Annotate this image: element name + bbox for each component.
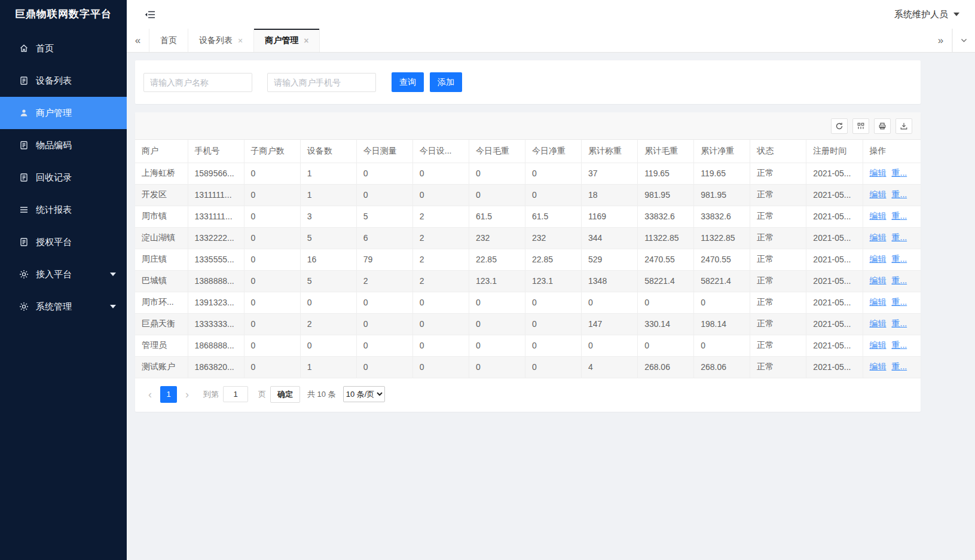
print-button[interactable] bbox=[874, 118, 891, 134]
edit-link[interactable]: 编辑 bbox=[870, 211, 887, 221]
table-cell: 0 bbox=[244, 227, 300, 249]
refresh-button[interactable] bbox=[831, 118, 848, 134]
table-cell-operations: 编辑重... bbox=[863, 270, 921, 292]
table-cell: 0 bbox=[469, 356, 525, 378]
reset-link[interactable]: 重... bbox=[892, 168, 907, 178]
menu-lines-icon bbox=[19, 205, 29, 215]
reset-link[interactable]: 重... bbox=[892, 254, 907, 264]
reset-link[interactable]: 重... bbox=[892, 232, 907, 242]
tabs-scroll-left-button[interactable]: « bbox=[127, 29, 149, 52]
edit-link[interactable]: 编辑 bbox=[870, 276, 887, 285]
tab-home[interactable]: 首页 bbox=[149, 29, 188, 52]
edit-link[interactable]: 编辑 bbox=[870, 168, 887, 178]
export-button[interactable] bbox=[895, 118, 912, 134]
table-cell: 周市镇 bbox=[135, 206, 188, 227]
total-count-label: 共 10 条 bbox=[307, 389, 336, 400]
reset-link[interactable]: 重... bbox=[892, 189, 907, 199]
table-cell: 6 bbox=[356, 227, 412, 249]
table-cell: 上海虹桥 bbox=[135, 163, 188, 184]
goto-prefix-label: 到第 bbox=[203, 389, 219, 400]
table-cell: 268.06 bbox=[694, 356, 750, 378]
edit-link[interactable]: 编辑 bbox=[870, 362, 887, 371]
tab-merchant-management[interactable]: 商户管理 × bbox=[254, 29, 320, 52]
table-cell: 2 bbox=[412, 270, 469, 292]
confirm-button[interactable]: 确定 bbox=[270, 386, 300, 403]
merchant-phone-input[interactable] bbox=[267, 73, 376, 92]
columns-icon bbox=[857, 122, 865, 130]
edit-link[interactable]: 编辑 bbox=[870, 297, 887, 307]
user-menu[interactable]: 系统维护人员 bbox=[894, 9, 959, 20]
edit-link[interactable]: 编辑 bbox=[870, 189, 887, 199]
table-cell-operations: 编辑重... bbox=[863, 227, 921, 249]
edit-link[interactable]: 编辑 bbox=[870, 319, 887, 328]
reset-link[interactable]: 重... bbox=[892, 362, 907, 371]
table-cell: 0 bbox=[356, 163, 412, 184]
sidebar-item-label: 接入平台 bbox=[36, 269, 72, 280]
columns-button[interactable] bbox=[852, 118, 869, 134]
query-button[interactable]: 查询 bbox=[392, 72, 424, 92]
reset-link[interactable]: 重... bbox=[892, 211, 907, 221]
edit-link[interactable]: 编辑 bbox=[870, 232, 887, 242]
table-cell: 11322.85 bbox=[638, 227, 694, 249]
sidebar-item-merchant-management[interactable]: 商户管理 bbox=[0, 97, 127, 129]
table-cell: 22.85 bbox=[525, 249, 581, 270]
reset-link[interactable]: 重... bbox=[892, 319, 907, 328]
next-page-button[interactable]: › bbox=[181, 389, 193, 400]
table-cell: 18 bbox=[582, 184, 638, 206]
tab-device-list[interactable]: 设备列表 × bbox=[188, 29, 254, 52]
sidebar-item-access-platform[interactable]: 接入平台 bbox=[0, 258, 127, 290]
sidebar-item-item-code[interactable]: 物品编码 bbox=[0, 129, 127, 161]
close-icon[interactable]: × bbox=[238, 36, 243, 45]
table-cell: 测试账户 bbox=[135, 356, 188, 378]
table-cell: 0 bbox=[638, 292, 694, 313]
close-icon[interactable]: × bbox=[304, 36, 308, 45]
sidebar-item-statistics-report[interactable]: 统计报表 bbox=[0, 194, 127, 226]
sidebar-item-recycle-records[interactable]: 回收记录 bbox=[0, 161, 127, 194]
sidebar-item-authorized-platform[interactable]: 授权平台 bbox=[0, 226, 127, 258]
sidebar-item-home[interactable]: 首页 bbox=[0, 32, 127, 65]
table-cell: 正常 bbox=[750, 313, 806, 335]
goto-page-input[interactable] bbox=[223, 386, 248, 402]
table-cell-operations: 编辑重... bbox=[863, 206, 921, 227]
column-header: 今日设... bbox=[412, 140, 469, 163]
tabs-scroll-right-button[interactable]: » bbox=[930, 29, 952, 52]
page-size-select[interactable]: 10 条/页 bbox=[343, 386, 385, 402]
table-cell: 正常 bbox=[750, 163, 806, 184]
table-cell: 5 bbox=[300, 227, 356, 249]
column-header: 手机号 bbox=[188, 140, 244, 163]
edit-link[interactable]: 编辑 bbox=[870, 340, 887, 350]
table-cell: 正常 bbox=[750, 249, 806, 270]
sidebar-collapse-button[interactable] bbox=[145, 10, 156, 20]
table-cell: 淀山湖镇 bbox=[135, 227, 188, 249]
table-cell: 61.5 bbox=[525, 206, 581, 227]
table-cell: 147 bbox=[582, 313, 638, 335]
table-cell: 开发区 bbox=[135, 184, 188, 206]
doc-icon bbox=[19, 237, 29, 247]
table-cell: 巨鼎天衡 bbox=[135, 313, 188, 335]
reset-link[interactable]: 重... bbox=[892, 297, 907, 307]
reset-link[interactable]: 重... bbox=[892, 340, 907, 350]
table-cell-operations: 编辑重... bbox=[863, 249, 921, 270]
table-cell: 2470.55 bbox=[638, 249, 694, 270]
sidebar-item-system-management[interactable]: 系统管理 bbox=[0, 290, 127, 323]
tabs-menu-button[interactable] bbox=[952, 29, 975, 52]
page-1-button[interactable]: 1 bbox=[160, 386, 177, 403]
merchant-name-input[interactable] bbox=[143, 73, 252, 92]
sidebar-item-device-list[interactable]: 设备列表 bbox=[0, 65, 127, 97]
table-cell: 2021-05... bbox=[806, 163, 863, 184]
reset-link[interactable]: 重... bbox=[892, 276, 907, 285]
add-button[interactable]: 添加 bbox=[430, 72, 462, 92]
tab-label: 商户管理 bbox=[265, 35, 298, 46]
table-cell: 0 bbox=[244, 335, 300, 356]
table-cell: 1 bbox=[300, 356, 356, 378]
sidebar-menu: 首页 设备列表 商户管理 物品编码 回收记录 bbox=[0, 32, 127, 323]
edit-link[interactable]: 编辑 bbox=[870, 254, 887, 264]
table-cell: 正常 bbox=[750, 270, 806, 292]
table-cell: 2 bbox=[300, 313, 356, 335]
column-header: 设备数 bbox=[300, 140, 356, 163]
table-cell: 正常 bbox=[750, 184, 806, 206]
content: 查询 添加 商户手机号子商户数设备数今日测量 bbox=[127, 53, 975, 560]
prev-page-button[interactable]: ‹ bbox=[144, 389, 156, 400]
table-cell: 2021-05... bbox=[806, 270, 863, 292]
table-cell: 1311111... bbox=[188, 184, 244, 206]
